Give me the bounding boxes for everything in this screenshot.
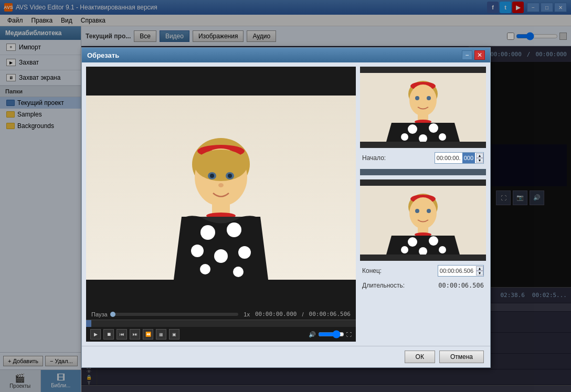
end-label: Конец: [362,267,382,274]
mark-in-button[interactable]: ▦ [156,329,166,340]
video-status-bar: Пауза 1x 00:00:00.000 / 00:00:06.506 [86,309,356,320]
svg-point-34 [409,197,437,229]
video-top-bar [86,67,356,96]
svg-point-13 [191,245,204,257]
next-button[interactable]: ⏭ [130,329,140,340]
mark-out-button[interactable]: ▣ [169,329,179,340]
start-time-highlight: 000 [462,153,475,163]
dialog-video-area: Пауза 1x 00:00:00.000 / 00:00:06.506 [86,67,356,342]
dialog-separator [360,169,486,175]
svg-point-17 [233,267,244,277]
thumb-footer-bar [360,142,486,148]
svg-point-43 [439,246,446,253]
svg-point-41 [401,246,408,253]
start-spinners: ▲ ▼ [476,153,483,163]
progress-thumb [110,312,115,317]
start-thumb-content [360,73,486,142]
svg-point-28 [401,133,408,141]
svg-point-22 [415,96,419,100]
volume-icon: 🔊 [309,331,316,338]
scrubber-fill [86,320,91,327]
start-time-input[interactable]: 00:00:00. 000 ▲ ▼ [435,152,484,164]
scrubber[interactable] [86,320,356,327]
svg-point-11 [200,225,215,240]
dialog-minimize-button[interactable]: − [462,50,472,60]
start-thumb-svg [360,73,486,142]
cancel-button[interactable]: Отмена [439,351,484,363]
start-spinner-up[interactable]: ▲ [476,153,483,158]
dialog-overlay: Обрезать − ✕ [0,0,571,392]
end-time-input[interactable]: 00:00:06.506 ▲ ▼ [438,265,484,277]
svg-point-23 [427,96,431,100]
child-figure [155,133,287,280]
end-time-row: Конец: 00:00:06.506 ▲ ▼ [360,264,486,278]
expand-icon: ⛶ [346,332,352,337]
volume-slider[interactable] [318,330,344,338]
dialog-right-panel: Начало: 00:00:00. 000 ▲ ▼ [360,67,486,342]
play-button[interactable]: ▶ [90,329,101,340]
player-controls: ▶ ⏹ ⏮ ⏭ ⏪ ▦ ▣ 🔊 ⛶ [86,327,356,342]
svg-point-21 [409,84,437,116]
dialog-body: Пауза 1x 00:00:00.000 / 00:00:06.506 [82,62,490,346]
dialog-controls: − ✕ [462,50,485,60]
svg-point-8 [218,183,224,187]
end-spinner-up[interactable]: ▲ [476,266,483,271]
progress-bar[interactable] [113,313,239,316]
prev-button[interactable]: ⏮ [117,329,127,340]
duration-label: Длительность: [362,282,405,289]
child-svg [155,133,287,280]
dialog-title: Обрезать [87,51,119,59]
ok-button[interactable]: ОК [405,351,435,363]
end-thumb-footer [360,255,486,261]
time-total: 00:00:06.506 [309,311,351,317]
speed-label: 1x [244,311,250,317]
svg-point-14 [214,249,228,263]
end-thumb-svg [360,186,486,255]
volume-control: 🔊 ⛶ [309,330,352,338]
svg-point-26 [408,124,417,134]
frame-prev-button[interactable]: ⏪ [143,329,153,340]
duration-value: 00:00:06.506 [438,282,484,289]
svg-point-30 [439,133,446,141]
thumb-header-bar [360,67,486,73]
svg-point-3 [195,150,247,181]
start-spinner-down[interactable]: ▼ [476,158,483,163]
svg-point-6 [210,174,214,178]
end-thumb [360,179,486,261]
dialog-footer: ОК Отмена [82,346,490,367]
svg-point-39 [408,237,417,247]
dialog-titlebar: Обрезать − ✕ [82,48,490,62]
svg-point-35 [415,209,419,213]
time-current: 00:00:00.000 [255,311,297,317]
end-spinners: ▲ ▼ [476,266,483,276]
start-time-value: 00:00:00. [435,154,462,162]
start-time-row: Начало: 00:00:00. 000 ▲ ▼ [360,151,486,165]
svg-point-27 [429,123,438,133]
svg-point-36 [427,209,431,213]
svg-point-12 [227,223,241,237]
video-display [86,67,356,309]
svg-point-40 [429,236,438,246]
end-spinner-down[interactable]: ▼ [476,271,483,276]
svg-point-16 [200,264,210,274]
stop-button[interactable]: ⏹ [103,329,114,340]
start-thumb [360,67,486,148]
svg-point-15 [238,246,251,259]
duration-row: Длительность: 00:00:06.506 [360,281,486,290]
pause-status: Пауза [91,311,108,317]
end-thumb-header [360,179,486,186]
dialog-close-button[interactable]: ✕ [474,50,485,60]
time-separator: / [302,311,303,317]
trim-dialog: Обрезать − ✕ [81,47,491,368]
video-bottom-bar [86,280,356,309]
end-time-value: 00:00:06.506 [438,267,475,275]
end-thumb-content [360,186,486,255]
start-label: Начало: [362,154,386,162]
svg-point-7 [228,174,232,178]
